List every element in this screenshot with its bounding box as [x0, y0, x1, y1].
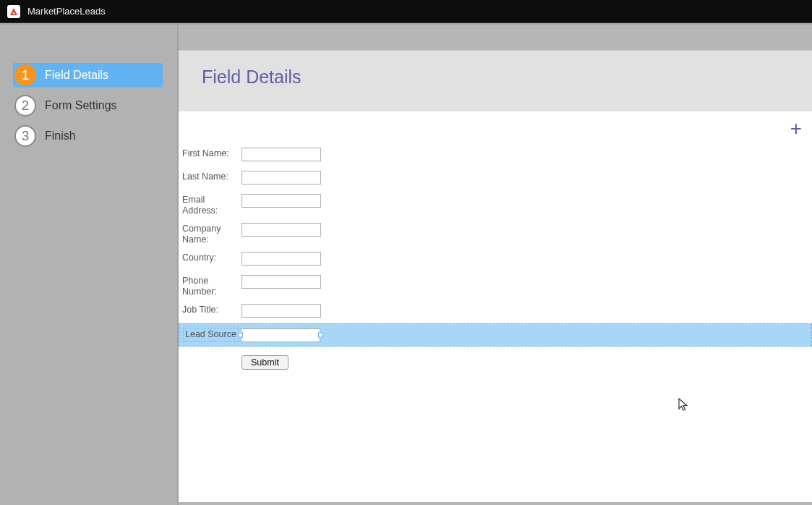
phone-input[interactable]	[242, 275, 321, 289]
step-number: 1	[14, 64, 36, 86]
title-bar: MarketPlaceLeads	[0, 0, 812, 23]
form-panel: + First Name: Last Name: Email Address: …	[179, 111, 812, 502]
step-number: 3	[14, 125, 36, 147]
last-name-input[interactable]	[242, 171, 321, 184]
field-row-email[interactable]: Email Address:	[179, 190, 812, 219]
field-row-job-title[interactable]: Job Title:	[179, 300, 812, 323]
plus-icon: +	[790, 117, 802, 140]
field-label: Lead Source	[183, 328, 239, 341]
country-input[interactable]	[242, 252, 321, 266]
submit-button[interactable]: Submit	[242, 355, 289, 370]
fields-container: First Name: Last Name: Email Address: Co…	[179, 111, 812, 373]
field-label: Email Address:	[182, 193, 240, 216]
field-row-lead-source[interactable]: Lead Source	[179, 323, 812, 347]
field-row-first-name[interactable]: First Name:	[179, 144, 812, 167]
page-title: Field Details	[202, 67, 812, 88]
company-input[interactable]	[242, 223, 321, 237]
section-header: Field Details	[179, 50, 812, 111]
app-title: MarketPlaceLeads	[27, 6, 106, 17]
field-label: Last Name:	[182, 170, 240, 182]
field-label: First Name:	[182, 147, 240, 159]
step-label: Field Details	[45, 69, 108, 82]
submit-row: Submit	[179, 347, 812, 373]
step-finish[interactable]: 3 Finish	[13, 124, 170, 148]
field-label: Company Name:	[182, 222, 240, 245]
wizard-sidebar: 1 Field Details 2 Form Settings 3 Finish	[0, 25, 179, 505]
field-label: Job Title:	[182, 303, 240, 315]
email-input[interactable]	[242, 194, 321, 208]
toolbar-spacer	[179, 25, 812, 50]
main-layout: 1 Field Details 2 Form Settings 3 Finish…	[0, 23, 812, 505]
first-name-input[interactable]	[242, 148, 321, 161]
job-title-input[interactable]	[242, 304, 321, 318]
field-label: Country:	[182, 251, 240, 263]
step-form-settings[interactable]: 2 Form Settings	[13, 93, 170, 118]
app-icon	[7, 5, 20, 18]
field-row-company[interactable]: Company Name:	[179, 219, 812, 248]
step-field-details[interactable]: 1 Field Details	[13, 63, 163, 88]
step-label: Finish	[45, 130, 76, 143]
lead-source-input[interactable]	[241, 328, 320, 342]
field-label: Phone Number:	[182, 274, 240, 297]
field-row-phone[interactable]: Phone Number:	[179, 271, 812, 300]
step-number: 2	[14, 95, 36, 116]
field-row-last-name[interactable]: Last Name:	[179, 167, 812, 190]
add-field-button[interactable]: +	[790, 119, 802, 139]
field-row-country[interactable]: Country:	[179, 248, 812, 271]
main-content: Field Details + First Name: Last Name: E…	[179, 25, 812, 505]
step-label: Form Settings	[45, 99, 117, 112]
